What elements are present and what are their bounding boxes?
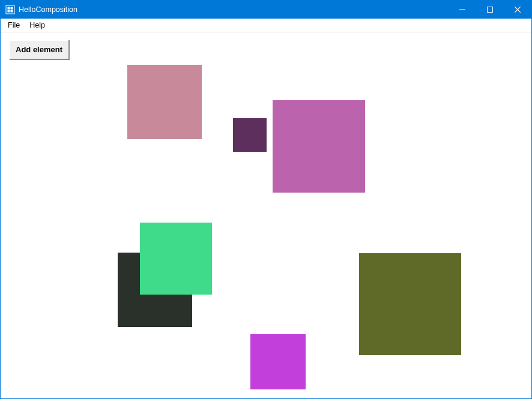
square-dark-purple [233, 118, 267, 152]
app-window: HelloComposition File Help Add element [0, 0, 532, 399]
svg-rect-1 [8, 7, 10, 10]
svg-rect-2 [11, 7, 13, 10]
add-element-button[interactable]: Add element [9, 40, 69, 59]
svg-rect-0 [6, 5, 14, 14]
svg-rect-4 [11, 10, 13, 13]
svg-rect-6 [488, 7, 493, 13]
maximize-button[interactable] [476, 1, 504, 19]
close-icon [515, 7, 521, 13]
minimize-icon [459, 7, 465, 13]
titlebar[interactable]: HelloComposition [1, 1, 531, 19]
menubar: File Help [1, 19, 531, 32]
square-green [140, 223, 212, 295]
maximize-icon [487, 7, 493, 13]
minimize-button[interactable] [449, 1, 476, 19]
close-button[interactable] [504, 1, 531, 19]
svg-rect-3 [8, 10, 10, 13]
menu-file[interactable]: File [3, 20, 25, 31]
menu-help[interactable]: Help [25, 20, 50, 31]
square-orchid [273, 100, 365, 193]
app-icon [5, 5, 15, 14]
window-title: HelloComposition [19, 5, 77, 14]
square-olive [359, 253, 461, 355]
client-area: Add element [1, 32, 531, 398]
square-magenta [250, 334, 306, 389]
square-pink [127, 65, 202, 139]
